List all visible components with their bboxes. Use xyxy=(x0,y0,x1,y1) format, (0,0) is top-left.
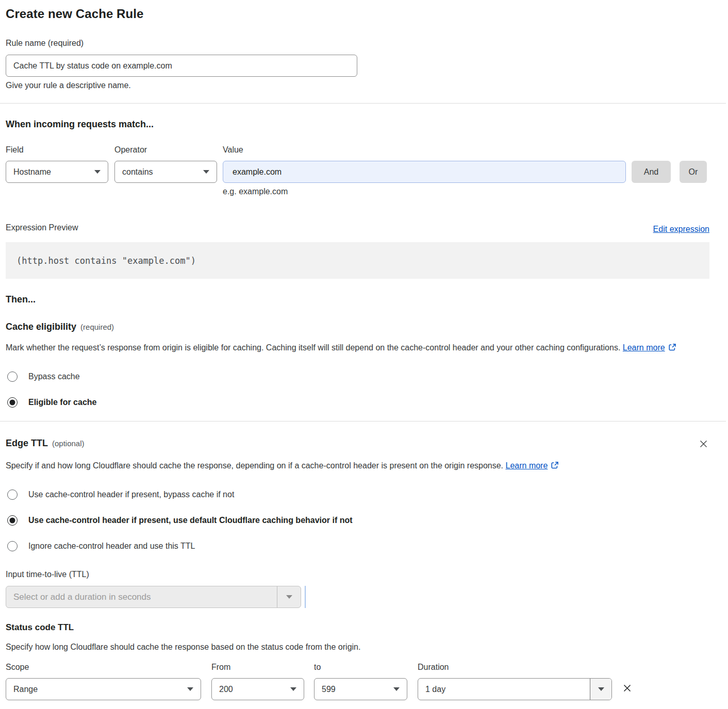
external-link-icon xyxy=(551,460,559,474)
from-select[interactable]: 200 xyxy=(211,678,304,700)
external-link-icon xyxy=(668,342,676,356)
field-select[interactable]: Hostname xyxy=(6,161,108,183)
close-icon xyxy=(621,682,633,694)
value-hint: e.g. example.com xyxy=(223,187,626,196)
scope-select-value: Range xyxy=(13,685,38,694)
operator-label: Operator xyxy=(114,143,217,156)
expression-preview-label: Expression Preview xyxy=(6,221,78,234)
ttl-duration-select: Select or add a duration in seconds xyxy=(6,586,301,608)
to-select[interactable]: 599 xyxy=(314,678,407,700)
radio-label: Ignore cache-control header and use this… xyxy=(28,542,195,551)
section-divider xyxy=(0,103,726,104)
radio-icon[interactable] xyxy=(7,541,18,551)
status-code-ttl-row: Scope Range From 200 to 599 Duration 1 d… xyxy=(6,661,709,700)
radio-label: Use cache-control header if present, byp… xyxy=(28,490,234,499)
chevron-down-icon xyxy=(290,687,296,691)
edge-ttl-close-button[interactable] xyxy=(698,438,709,451)
operator-select[interactable]: contains xyxy=(114,161,217,183)
or-button[interactable]: Or xyxy=(680,161,707,183)
ttl-input-label: Input time-to-live (TTL) xyxy=(6,568,709,581)
radio-option-use-header-default[interactable]: Use cache-control header if present, use… xyxy=(7,515,709,526)
status-code-ttl-heading: Status code TTL xyxy=(6,622,709,633)
value-label: Value xyxy=(223,143,626,156)
focus-caret xyxy=(305,586,306,608)
chevron-down-icon xyxy=(203,170,209,174)
radio-option-bypass-cache[interactable]: Bypass cache xyxy=(7,372,709,382)
match-heading: When incoming requests match... xyxy=(6,119,709,130)
radio-label: Bypass cache xyxy=(28,372,80,381)
operator-select-value: contains xyxy=(122,167,153,177)
dropdown-arrow-button[interactable] xyxy=(590,679,611,700)
and-button[interactable]: And xyxy=(632,161,671,183)
duration-label: Duration xyxy=(418,661,612,673)
rule-name-label: Rule name (required) xyxy=(6,37,709,49)
page-title: Create new Cache Rule xyxy=(6,7,709,21)
edge-ttl-heading: Edge TTL(optional) xyxy=(6,438,85,449)
radio-icon[interactable] xyxy=(7,372,18,382)
edge-ttl-description: Specify if and how long Cloudflare shoul… xyxy=(6,459,699,474)
section-divider xyxy=(0,421,726,421)
duration-select[interactable]: 1 day xyxy=(418,678,612,700)
to-select-value: 599 xyxy=(322,685,336,694)
ttl-duration-placeholder: Select or add a duration in seconds xyxy=(6,586,277,607)
chevron-down-icon xyxy=(94,170,101,174)
chevron-down-icon xyxy=(286,595,292,599)
then-heading: Then... xyxy=(6,294,709,305)
radio-option-ignore-header[interactable]: Ignore cache-control header and use this… xyxy=(7,541,709,551)
from-label: From xyxy=(211,661,304,673)
radio-icon-selected[interactable] xyxy=(7,515,18,526)
status-code-ttl-remove-button[interactable] xyxy=(620,681,634,697)
scope-label: Scope xyxy=(6,661,201,673)
edit-expression-link[interactable]: Edit expression xyxy=(653,225,709,234)
field-label: Field xyxy=(6,143,108,156)
cache-eligibility-learn-more-link[interactable]: Learn more xyxy=(623,343,665,352)
to-label: to xyxy=(314,661,407,673)
radio-label: Eligible for cache xyxy=(28,398,96,407)
required-note: (required) xyxy=(80,323,114,331)
scope-select[interactable]: Range xyxy=(6,678,201,700)
chevron-down-icon xyxy=(598,687,604,691)
status-code-ttl-description: Specify how long Cloudflare should cache… xyxy=(6,640,699,654)
edge-ttl-learn-more-link[interactable]: Learn more xyxy=(506,461,548,470)
cache-eligibility-heading: Cache eligibility(required) xyxy=(6,322,709,332)
dropdown-arrow-button xyxy=(277,586,301,607)
from-select-value: 200 xyxy=(219,685,233,694)
field-select-value: Hostname xyxy=(13,167,51,177)
rule-name-help: Give your rule a descriptive name. xyxy=(6,81,709,90)
cache-eligibility-description: Mark whether the request’s response from… xyxy=(6,341,699,356)
expression-preview-code: (http.host contains "example.com") xyxy=(6,242,709,279)
close-icon xyxy=(699,439,708,449)
rule-name-input[interactable] xyxy=(6,55,357,77)
radio-option-eligible-for-cache[interactable]: Eligible for cache xyxy=(7,397,709,408)
radio-label: Use cache-control header if present, use… xyxy=(28,516,353,525)
radio-icon-selected[interactable] xyxy=(7,397,18,408)
duration-select-value: 1 day xyxy=(418,679,590,700)
optional-note: (optional) xyxy=(52,439,85,448)
chevron-down-icon xyxy=(393,687,400,691)
value-input[interactable] xyxy=(223,161,626,183)
radio-icon[interactable] xyxy=(7,489,18,500)
radio-option-use-header-bypass[interactable]: Use cache-control header if present, byp… xyxy=(7,489,709,500)
chevron-down-icon xyxy=(187,687,193,691)
match-condition-row: Field Hostname Operator contains Value e… xyxy=(6,143,709,196)
